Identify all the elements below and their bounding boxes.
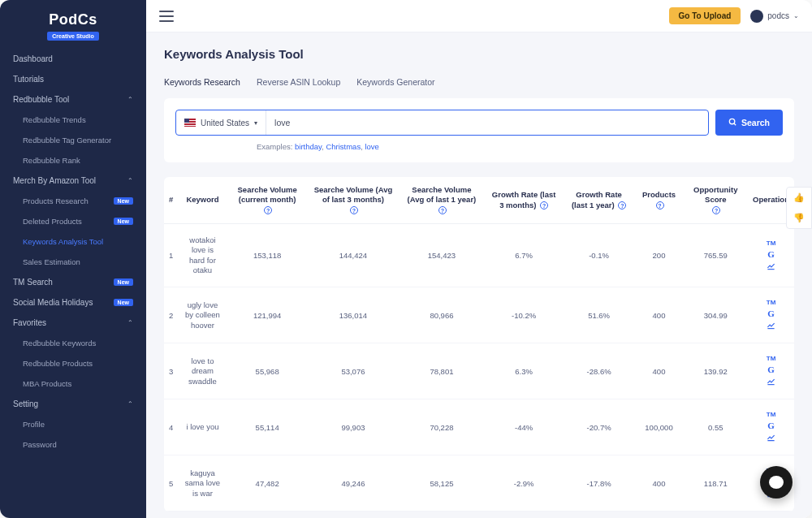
new-badge: New xyxy=(114,278,133,286)
cell-products: 100,000 xyxy=(635,399,684,455)
hamburger-icon[interactable] xyxy=(159,11,174,22)
example-link[interactable]: birthday xyxy=(295,142,322,151)
nav-sales-estimation[interactable]: Sales Estimation xyxy=(0,252,146,272)
table-row: 4i love you55,11499,90370,228-44%-20.7%1… xyxy=(164,399,794,455)
country-select[interactable]: United States ▾ xyxy=(176,110,266,135)
op-chart-icon[interactable] xyxy=(767,433,775,443)
cell-vol-current: 121,994 xyxy=(227,287,308,343)
op-google-icon[interactable]: G xyxy=(767,309,775,318)
cell-vol-current: 153,118 xyxy=(227,224,308,287)
table-row: 3love to dream swaddle55,96853,07678,801… xyxy=(164,343,794,399)
nav-social-media[interactable]: Social Media HolidaysNew xyxy=(0,292,146,313)
flag-us-icon xyxy=(184,119,196,127)
nav-tutorials[interactable]: Tutorials xyxy=(0,69,146,89)
example-link[interactable]: love xyxy=(365,142,378,151)
cell-num: 4 xyxy=(164,399,178,455)
tab-keywords-generator[interactable]: Keywords Generator xyxy=(356,74,434,90)
avatar xyxy=(750,10,763,23)
nav-password[interactable]: Password xyxy=(0,434,146,455)
cell-vol-current: 47,482 xyxy=(227,455,308,512)
nav-redbubble-products[interactable]: Redbubble Products xyxy=(0,353,146,373)
logo: PodCs Creative Studio xyxy=(0,0,146,49)
table-row: 5kaguya sama love is war47,48249,24658,1… xyxy=(164,455,794,512)
svg-point-0 xyxy=(729,119,734,123)
go-to-upload-button[interactable]: Go To Upload xyxy=(669,7,741,24)
nav-mba-products[interactable]: MBA Products xyxy=(0,373,146,394)
thumbs-up-icon[interactable]: 👍 xyxy=(787,188,811,208)
nav-tm-search[interactable]: TM SearchNew xyxy=(0,272,146,292)
tab-keywords-research[interactable]: Keywords Research xyxy=(164,74,240,90)
help-icon[interactable]: ? xyxy=(618,201,626,209)
cell-products: 400 xyxy=(635,455,684,512)
username: podcs xyxy=(767,11,789,20)
op-tm-icon[interactable]: TM xyxy=(767,240,776,247)
op-google-icon[interactable]: G xyxy=(767,249,775,259)
op-tm-icon[interactable]: TM xyxy=(767,355,776,362)
cell-keyword: kaguya sama love is war xyxy=(178,455,227,512)
nav-keywords-analysis[interactable]: Keywords Analysis Tool xyxy=(0,231,146,252)
help-icon[interactable]: ? xyxy=(438,206,447,214)
nav-redbubble-keywords[interactable]: Redbubble Keywords xyxy=(0,333,146,353)
help-icon[interactable]: ? xyxy=(712,206,720,214)
cell-keyword: wotakoi love is hard for otaku xyxy=(178,224,227,287)
col-growth-3m: Growth Rate (last 3 months) ? xyxy=(485,177,564,224)
op-google-icon[interactable]: G xyxy=(767,421,775,430)
help-icon[interactable]: ? xyxy=(540,201,548,209)
cell-opportunity: 304.99 xyxy=(683,287,748,343)
cell-vol-3m: 99,903 xyxy=(308,399,399,455)
nav-dashboard[interactable]: Dashboard xyxy=(0,49,146,69)
table-row: 1wotakoi love is hard for otaku153,11814… xyxy=(164,224,794,287)
tab-reverse-asin[interactable]: Reverse ASIN Lookup xyxy=(257,74,340,90)
cell-num: 1 xyxy=(164,224,178,287)
example-link[interactable]: Christmas xyxy=(326,142,361,151)
results-table: # Keyword Searche Volume (current month)… xyxy=(164,177,794,512)
op-tm-icon[interactable]: TM xyxy=(767,411,776,418)
op-chart-icon[interactable] xyxy=(767,261,775,272)
col-opportunity: Opportunity Score? xyxy=(683,177,748,224)
nav-redbubble-trends[interactable]: Redbubble Trends xyxy=(0,110,146,130)
thumbs-down-icon[interactable]: 👎 xyxy=(787,208,811,228)
cell-growth-3m: -44% xyxy=(485,399,564,455)
user-menu[interactable]: podcs ⌄ xyxy=(750,10,799,23)
topbar: Go To Upload podcs ⌄ xyxy=(146,0,812,32)
cell-vol-1y: 154,423 xyxy=(399,224,484,287)
cell-keyword: ugly love by colleen hoover xyxy=(178,287,227,343)
cell-opportunity: 765.59 xyxy=(683,224,748,287)
op-google-icon[interactable]: G xyxy=(767,365,775,374)
search-input[interactable] xyxy=(266,110,708,135)
nav-merch-tool[interactable]: Merch By Amazon Tool⌃ xyxy=(0,171,146,191)
cell-opportunity: 118.71 xyxy=(683,455,748,512)
help-icon[interactable]: ? xyxy=(350,206,358,214)
cell-growth-3m: 6.3% xyxy=(485,343,564,399)
help-icon[interactable]: ? xyxy=(656,201,664,209)
new-badge: New xyxy=(114,218,133,225)
chevron-up-icon: ⌃ xyxy=(127,177,133,184)
col-growth-1y: Growth Rate (last 1 year) ? xyxy=(564,177,635,224)
cell-growth-3m: 6.7% xyxy=(485,224,564,287)
op-chart-icon[interactable] xyxy=(767,377,775,387)
help-icon[interactable]: ? xyxy=(264,206,272,214)
nav-deleted-products[interactable]: Deleted ProductsNew xyxy=(0,211,146,231)
chevron-up-icon: ⌃ xyxy=(127,319,133,326)
col-keyword: Keyword xyxy=(178,177,227,224)
page-title: Keywords Analysis Tool xyxy=(164,47,794,61)
chevron-down-icon: ⌄ xyxy=(793,12,799,19)
chat-bubble-icon[interactable] xyxy=(760,466,793,499)
nav-products-research[interactable]: Products ResearchNew xyxy=(0,191,146,211)
cell-growth-1y: -17.8% xyxy=(564,455,635,512)
nav-favorites[interactable]: Favorites⌃ xyxy=(0,313,146,333)
nav-setting[interactable]: Setting⌃ xyxy=(0,394,146,414)
nav-redbubble-tag-generator[interactable]: Redbubble Tag Generator xyxy=(0,130,146,150)
svg-line-1 xyxy=(734,123,736,124)
nav-profile[interactable]: Profile xyxy=(0,414,146,434)
op-tm-icon[interactable]: TM xyxy=(767,299,776,306)
nav-redbubble-rank[interactable]: Redbubble Rank xyxy=(0,150,146,171)
nav-redbubble-tool[interactable]: Redbubble Tool⌃ xyxy=(0,89,146,110)
op-chart-icon[interactable] xyxy=(767,321,775,331)
cell-operation: TMG xyxy=(748,224,794,287)
cell-vol-1y: 78,801 xyxy=(399,343,484,399)
cell-num: 3 xyxy=(164,343,178,399)
search-button[interactable]: Search xyxy=(715,110,783,136)
cell-vol-1y: 70,228 xyxy=(399,399,484,455)
cell-num: 2 xyxy=(164,287,178,343)
